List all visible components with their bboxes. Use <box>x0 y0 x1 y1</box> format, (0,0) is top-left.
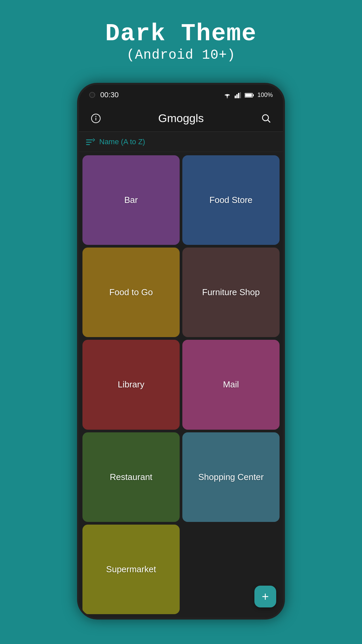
status-time: 00:30 <box>100 91 119 99</box>
svg-rect-2 <box>238 93 239 98</box>
grid-item-label-bar: Bar <box>121 192 141 209</box>
svg-rect-6 <box>253 94 254 96</box>
grid-item-shopping-center[interactable]: Shopping Center <box>182 432 280 522</box>
grid-item-label-restaurant: Restaurant <box>106 469 156 486</box>
grid-item-label-library: Library <box>114 376 147 393</box>
battery-icon <box>245 91 254 99</box>
sort-label: Name (A to Z) <box>99 138 145 146</box>
grid-item-bar[interactable]: Bar <box>82 155 180 245</box>
page-subtitle: (Android 10+) <box>105 48 257 63</box>
svg-line-11 <box>268 120 270 122</box>
grid-item-furniture-shop[interactable]: Furniture Shop <box>182 248 280 337</box>
info-button[interactable] <box>87 110 104 127</box>
page-header: Dark Theme (Android 10+) <box>105 20 257 63</box>
battery-percent: 100% <box>257 92 273 99</box>
grid-item-label-furniture-shop: Furniture Shop <box>199 284 263 301</box>
svg-rect-0 <box>235 96 236 98</box>
sort-bar[interactable]: Name (A to Z) <box>79 132 283 152</box>
camera-dot <box>89 92 95 98</box>
phone-mockup: 00:30 <box>77 83 285 620</box>
app-bar: Gmoggls <box>79 105 283 132</box>
svg-point-10 <box>262 115 268 121</box>
grid-item-label-mail: Mail <box>220 376 242 393</box>
grid-item-food-store[interactable]: Food Store <box>182 155 280 245</box>
grid-item-label-food-to-go: Food to Go <box>106 284 156 301</box>
add-fab[interactable]: + <box>254 586 276 607</box>
grid-item-restaurant[interactable]: Restaurant <box>82 432 180 522</box>
wifi-icon <box>223 91 231 99</box>
sort-icon <box>86 137 95 147</box>
category-grid: BarFood StoreFood to GoFurniture ShopLib… <box>79 152 283 618</box>
status-icons: 100% <box>223 91 273 99</box>
grid-item-supermarket[interactable]: Supermarket <box>82 525 180 614</box>
svg-rect-3 <box>240 92 241 98</box>
grid-item-label-shopping-center: Shopping Center <box>195 469 267 486</box>
svg-point-9 <box>96 116 97 117</box>
grid-item-label-food-store: Food Store <box>206 192 256 209</box>
fab-plus-icon: + <box>262 590 269 604</box>
svg-rect-5 <box>245 94 252 97</box>
grid-item-mail[interactable]: Mail <box>182 340 280 429</box>
app-title: Gmoggls <box>104 112 258 125</box>
status-bar: 00:30 <box>79 85 283 105</box>
grid-item-food-to-go[interactable]: Food to Go <box>82 248 180 337</box>
grid-item-label-supermarket: Supermarket <box>103 561 160 578</box>
page-title: Dark Theme <box>105 20 257 48</box>
signal-icon <box>235 91 241 99</box>
svg-rect-1 <box>236 94 238 98</box>
grid-item-library[interactable]: Library <box>82 340 180 429</box>
search-button[interactable] <box>258 110 275 127</box>
